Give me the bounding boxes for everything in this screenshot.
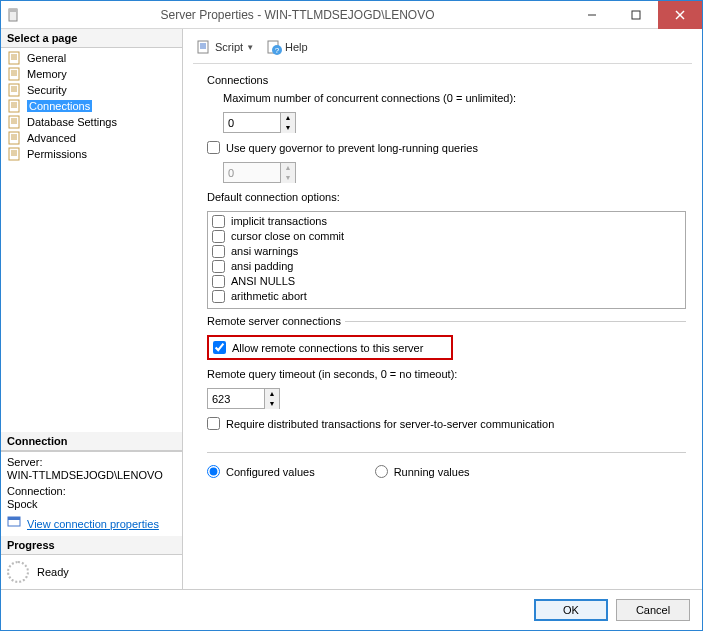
select-page-header: Select a page	[1, 29, 182, 48]
page-item-permissions[interactable]: Permissions	[1, 146, 182, 162]
left-panel: Select a page GeneralMemorySecurityConne…	[1, 29, 183, 589]
query-governor-label: Use query governor to prevent long-runni…	[226, 142, 478, 154]
right-panel: Script ▼ ? Help Connections Maximum numb…	[183, 29, 702, 589]
max-connections-input[interactable]	[224, 113, 280, 132]
svg-rect-1	[9, 9, 17, 12]
progress-block: Ready	[1, 555, 182, 589]
chevron-down-icon: ▼	[246, 43, 254, 52]
connection-value: Spock	[7, 498, 176, 510]
option-ansi-nulls[interactable]: ANSI NULLS	[212, 274, 681, 289]
svg-rect-12	[9, 148, 19, 160]
remote-connections-group: Remote server connections Allow remote c…	[207, 315, 686, 442]
minimize-button[interactable]	[570, 1, 614, 29]
page-icon	[7, 115, 23, 129]
spin-down-icon[interactable]: ▼	[281, 123, 295, 133]
page-icon	[7, 51, 23, 65]
cancel-button[interactable]: Cancel	[616, 599, 690, 621]
progress-header: Progress	[1, 536, 182, 555]
page-item-security[interactable]: Security	[1, 82, 182, 98]
option-ansi-warnings[interactable]: ansi warnings	[212, 244, 681, 259]
script-button[interactable]: Script ▼	[193, 37, 257, 57]
svg-rect-7	[9, 68, 19, 80]
connection-info: Server: WIN-TTLMDSEJOGD\LENOVO Connectio…	[1, 451, 182, 536]
page-item-advanced[interactable]: Advanced	[1, 130, 182, 146]
max-connections-spinner[interactable]: ▲▼	[223, 112, 296, 133]
query-governor-checkbox[interactable]	[207, 141, 220, 154]
allow-remote-checkbox[interactable]	[213, 341, 226, 354]
server-label: Server:	[7, 456, 176, 468]
option-arithmetic-abort[interactable]: arithmetic abort	[212, 289, 681, 304]
governor-value-spinner: ▲▼	[223, 162, 296, 183]
page-item-general[interactable]: General	[1, 50, 182, 66]
page-label: Permissions	[27, 148, 87, 160]
require-distributed-checkbox[interactable]	[207, 417, 220, 430]
content-area: Connections Maximum number of concurrent…	[193, 74, 692, 583]
svg-rect-9	[9, 100, 19, 112]
view-connection-properties-link[interactable]: View connection properties	[27, 518, 159, 530]
configured-values-radio[interactable]: Configured values	[207, 465, 315, 478]
connections-group-label: Connections	[207, 74, 686, 86]
remote-timeout-input[interactable]	[208, 389, 264, 408]
page-label: General	[27, 52, 66, 64]
script-label: Script	[215, 41, 243, 53]
spin-up-icon[interactable]: ▲	[281, 113, 295, 123]
svg-rect-8	[9, 84, 19, 96]
option-cursor-close-on-commit[interactable]: cursor close on commit	[212, 229, 681, 244]
maximize-button[interactable]	[614, 1, 658, 29]
connection-header: Connection	[1, 432, 182, 451]
svg-text:?: ?	[275, 46, 280, 55]
require-distributed-label: Require distributed transactions for ser…	[226, 418, 554, 430]
spin-up-icon[interactable]: ▲	[265, 389, 279, 399]
help-button[interactable]: ? Help	[263, 37, 311, 57]
remote-timeout-spinner[interactable]: ▲▼	[207, 388, 280, 409]
default-options-label: Default connection options:	[207, 191, 686, 203]
page-list: GeneralMemorySecurityConnectionsDatabase…	[1, 48, 182, 164]
page-icon	[7, 83, 23, 97]
default-options-listbox[interactable]: implicit transactionscursor close on com…	[207, 211, 686, 309]
svg-rect-10	[9, 116, 19, 128]
spin-down-icon[interactable]: ▼	[265, 399, 279, 409]
option-ansi-padding[interactable]: ansi padding	[212, 259, 681, 274]
help-label: Help	[285, 41, 308, 53]
page-label: Connections	[27, 100, 92, 112]
page-item-connections[interactable]: Connections	[1, 98, 182, 114]
titlebar: Server Properties - WIN-TTLMDSEJOGD\LENO…	[1, 1, 702, 29]
allow-remote-highlight: Allow remote connections to this server	[207, 335, 453, 360]
svg-rect-15	[198, 41, 208, 53]
allow-remote-label: Allow remote connections to this server	[232, 342, 423, 354]
progress-status: Ready	[37, 566, 69, 578]
remote-timeout-label: Remote query timeout (in seconds, 0 = no…	[207, 368, 686, 380]
window-title: Server Properties - WIN-TTLMDSEJOGD\LENO…	[25, 8, 570, 22]
page-label: Security	[27, 84, 67, 96]
toolbar-divider	[193, 63, 692, 64]
toolbar: Script ▼ ? Help	[193, 35, 692, 63]
page-label: Memory	[27, 68, 67, 80]
svg-rect-11	[9, 132, 19, 144]
properties-icon	[7, 514, 23, 530]
page-icon	[7, 99, 23, 113]
page-icon	[7, 131, 23, 145]
progress-spinner-icon	[7, 561, 29, 583]
page-icon	[7, 67, 23, 81]
spin-up-icon: ▲	[281, 163, 295, 173]
svg-rect-3	[632, 11, 640, 19]
svg-rect-14	[8, 517, 20, 520]
max-connections-label: Maximum number of concurrent connections…	[223, 92, 686, 104]
page-label: Advanced	[27, 132, 76, 144]
page-item-memory[interactable]: Memory	[1, 66, 182, 82]
page-item-database-settings[interactable]: Database Settings	[1, 114, 182, 130]
option-implicit-transactions[interactable]: implicit transactions	[212, 214, 681, 229]
svg-rect-6	[9, 52, 19, 64]
dialog-footer: OK Cancel	[1, 589, 702, 629]
window-icon	[1, 7, 25, 21]
page-label: Database Settings	[27, 116, 117, 128]
spin-down-icon: ▼	[281, 173, 295, 183]
connection-label: Connection:	[7, 485, 176, 497]
server-value: WIN-TTLMDSEJOGD\LENOVO	[7, 469, 176, 481]
remote-connections-legend: Remote server connections	[207, 315, 345, 327]
governor-value-input	[224, 163, 280, 182]
running-values-radio[interactable]: Running values	[375, 465, 470, 478]
close-button[interactable]	[658, 1, 702, 29]
ok-button[interactable]: OK	[534, 599, 608, 621]
page-icon	[7, 147, 23, 161]
